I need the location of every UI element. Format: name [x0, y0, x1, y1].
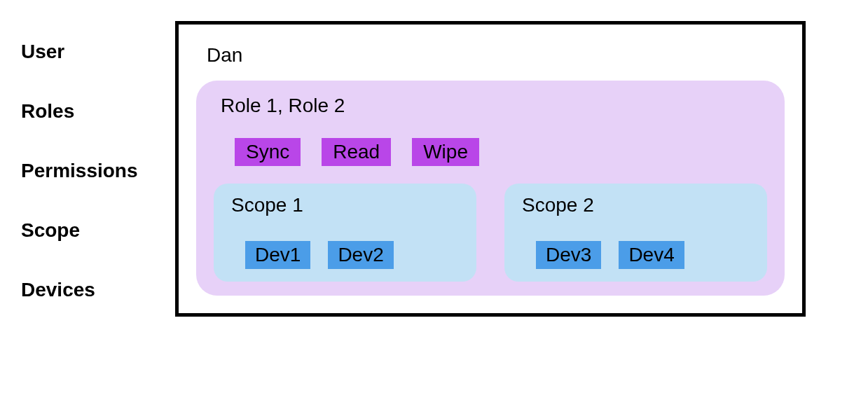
device-chip: Dev2 [328, 241, 393, 269]
devices-row: Dev1 Dev2 [228, 241, 462, 269]
permission-chip: Wipe [412, 138, 479, 166]
row-labels: User Roles Permissions Scope Devices [21, 21, 147, 317]
diagram-container: User Roles Permissions Scope Devices Dan… [21, 21, 847, 317]
user-value: Dan [196, 39, 785, 72]
scope-name: Scope 1 [228, 194, 462, 216]
diagram-box: Dan Role 1, Role 2 Sync Read Wipe Scope … [175, 21, 806, 317]
roles-block: Role 1, Role 2 Sync Read Wipe Scope 1 De… [196, 81, 785, 296]
roles-value: Role 1, Role 2 [214, 95, 767, 117]
label-permissions: Permissions [21, 160, 147, 182]
device-chip: Dev4 [619, 241, 684, 269]
label-devices: Devices [21, 279, 147, 301]
devices-row: Dev3 Dev4 [518, 241, 753, 269]
device-chip: Dev1 [245, 241, 310, 269]
label-scope: Scope [21, 219, 147, 242]
permissions-row: Sync Read Wipe [214, 138, 767, 166]
label-roles: Roles [21, 100, 147, 123]
label-user: User [21, 41, 147, 63]
scope-name: Scope 2 [518, 194, 753, 216]
scope-block: Scope 1 Dev1 Dev2 [214, 184, 476, 282]
device-chip: Dev3 [536, 241, 601, 269]
permission-chip: Read [322, 138, 391, 166]
scopes-row: Scope 1 Dev1 Dev2 Scope 2 Dev3 Dev4 [214, 184, 767, 282]
permission-chip: Sync [235, 138, 301, 166]
scope-block: Scope 2 Dev3 Dev4 [504, 184, 767, 282]
